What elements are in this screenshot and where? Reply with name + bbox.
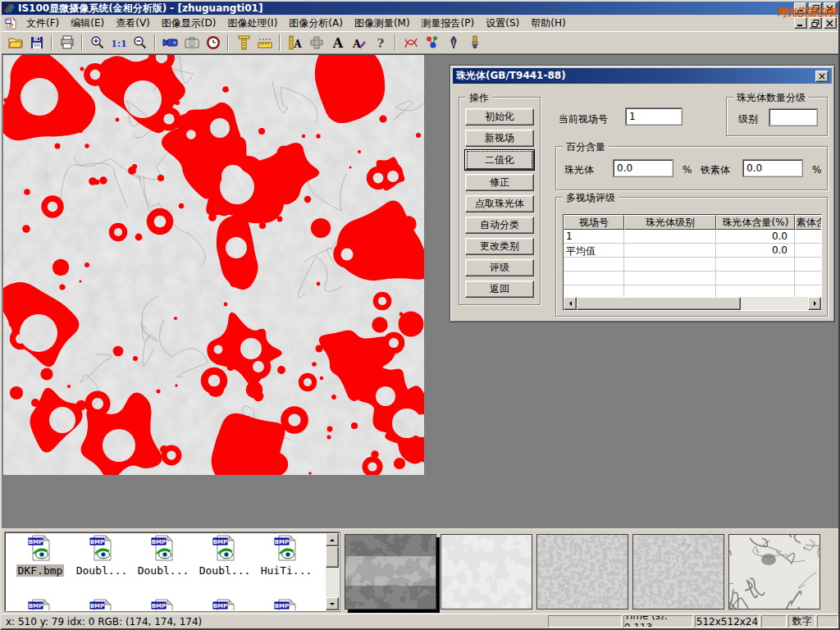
file-browser-scrollbar[interactable] bbox=[326, 533, 339, 610]
text-edit-tool-button[interactable]: A bbox=[349, 33, 369, 52]
camera-capture-button[interactable] bbox=[181, 33, 202, 52]
file-item[interactable]: BMPDKF.bmp bbox=[11, 535, 70, 577]
svg-text:A: A bbox=[293, 39, 302, 50]
grid-tool-button[interactable] bbox=[306, 33, 326, 52]
new-field-button[interactable]: 新视场 bbox=[465, 130, 534, 147]
level-input[interactable] bbox=[769, 109, 817, 126]
help-button[interactable]: ? bbox=[370, 33, 390, 52]
bmp-file-icon: BMP bbox=[89, 599, 114, 611]
toolbar-separator bbox=[279, 34, 281, 51]
pearlite-dialog: 珠光体(GB/T9441-88) 操作 初始化 新视场 二值化 修正 点取珠光体… bbox=[450, 65, 835, 322]
caliper-icon bbox=[235, 34, 252, 51]
thumbnail-image-3[interactable] bbox=[536, 534, 628, 609]
correct-button[interactable]: 修正 bbox=[465, 174, 534, 191]
svg-text:BMP: BMP bbox=[29, 603, 43, 609]
menu-edit[interactable]: 编辑(E) bbox=[65, 15, 110, 32]
file-item[interactable]: BMP bbox=[257, 599, 316, 611]
scrollbar-thumb[interactable] bbox=[577, 297, 741, 310]
file-item[interactable]: BMP bbox=[195, 599, 254, 611]
caliper-tool-button[interactable] bbox=[233, 33, 253, 52]
menu-settings[interactable]: 设置(S) bbox=[480, 15, 525, 32]
table-row[interactable]: 1 0.0 bbox=[564, 230, 821, 244]
dialog-title-bar[interactable]: 珠光体(GB/T9441-88) bbox=[453, 68, 832, 84]
scrollbar-track[interactable] bbox=[741, 297, 808, 310]
table-horizontal-scrollbar[interactable] bbox=[564, 297, 821, 310]
pick-pearlite-button[interactable]: 点取珠光体 bbox=[465, 195, 534, 212]
title-bar[interactable]: IS100显微摄像系统(金相分析版) - [zhuguangti01] bbox=[2, 2, 838, 15]
vendor-watermark: 寿光仪器仪表 bbox=[778, 5, 837, 20]
dialog-close-button[interactable] bbox=[815, 71, 829, 82]
file-item[interactable]: BMP bbox=[72, 599, 131, 611]
table-row[interactable]: 平均值 0.0 bbox=[564, 244, 821, 258]
menu-measure-report[interactable]: 测量报告(P) bbox=[416, 15, 481, 32]
open-file-button[interactable] bbox=[5, 33, 25, 52]
file-item[interactable]: BMPDoubl... bbox=[195, 535, 254, 577]
thumbnail-image-4[interactable] bbox=[632, 534, 724, 609]
menu-image-analysis[interactable]: 图像分析(A) bbox=[283, 15, 349, 32]
thumbnail-image-5[interactable] bbox=[728, 534, 820, 609]
menu-file[interactable]: 文件(F) bbox=[21, 15, 65, 32]
file-name: Doubl... bbox=[75, 564, 130, 577]
file-item[interactable]: BMPDoubl... bbox=[72, 535, 131, 577]
pen-tool-button[interactable] bbox=[443, 33, 463, 52]
pearlite-percent-input[interactable] bbox=[614, 160, 673, 176]
print-button[interactable] bbox=[57, 33, 77, 52]
spline-tool-button[interactable] bbox=[400, 33, 421, 52]
grid-cross-icon bbox=[308, 34, 325, 51]
toolbar-separator bbox=[81, 34, 83, 51]
col-field-number: 视场号 bbox=[564, 215, 624, 230]
auto-classify-button[interactable]: 自动分类 bbox=[465, 217, 534, 234]
video-capture-button[interactable] bbox=[160, 33, 180, 52]
file-item[interactable]: BMPHuiTi... bbox=[257, 535, 316, 577]
multifield-group-label: 多视场评级 bbox=[563, 191, 619, 205]
scroll-right-button[interactable] bbox=[808, 297, 821, 310]
file-item[interactable]: BMP bbox=[134, 599, 193, 611]
ferrite-percent-input[interactable] bbox=[743, 160, 802, 176]
actual-size-button[interactable]: 1:1 bbox=[108, 33, 129, 52]
phase-mark-button[interactable] bbox=[422, 33, 442, 52]
help-icon: ? bbox=[372, 34, 389, 51]
save-icon bbox=[29, 34, 45, 51]
document-icon[interactable] bbox=[5, 17, 17, 30]
current-field-input[interactable] bbox=[626, 108, 682, 125]
svg-text:BMP: BMP bbox=[275, 539, 289, 546]
grade-button[interactable]: 评级 bbox=[465, 259, 534, 276]
zoom-in-button[interactable] bbox=[87, 33, 107, 52]
change-class-button[interactable]: 更改类别 bbox=[465, 238, 534, 255]
menu-image-measure[interactable]: 图像测量(M) bbox=[349, 15, 416, 32]
menu-image-display[interactable]: 图像显示(D) bbox=[156, 15, 222, 32]
percent-group: 百分含量 珠光体 % 铁素体 % bbox=[555, 146, 828, 190]
thumbnail-image-1[interactable] bbox=[345, 534, 436, 609]
menu-help[interactable]: 帮助(H) bbox=[525, 15, 571, 32]
file-item[interactable]: BMPDoubl... bbox=[134, 535, 193, 577]
return-button[interactable]: 返回 bbox=[465, 281, 534, 298]
level-label: 级别 bbox=[738, 112, 758, 126]
text-tool-button[interactable]: A bbox=[327, 33, 348, 52]
scroll-left-button[interactable] bbox=[564, 297, 577, 310]
svg-text:A: A bbox=[331, 35, 343, 51]
bmp-file-icon: BMP bbox=[212, 535, 237, 561]
binarize-button[interactable]: 二值化 bbox=[465, 150, 534, 170]
ruler-tool-button[interactable] bbox=[254, 33, 275, 52]
micrograph-image[interactable] bbox=[3, 55, 424, 475]
ferrite-percent-sign: % bbox=[812, 164, 821, 176]
menu-view[interactable]: 查看(V) bbox=[110, 15, 156, 32]
init-button[interactable]: 初始化 bbox=[465, 108, 534, 126]
text-A-icon: A bbox=[330, 34, 346, 51]
timer-button[interactable] bbox=[203, 33, 223, 52]
bmp-file-icon: BMP bbox=[151, 535, 176, 561]
thumbnail-image-2[interactable] bbox=[441, 534, 532, 609]
grade-group-label: 珠光体数量分级 bbox=[733, 91, 809, 105]
status-panel-mode: 数字 bbox=[788, 615, 815, 628]
scroll-up-button[interactable] bbox=[326, 533, 339, 546]
menu-image-processing[interactable]: 图像处理(I) bbox=[221, 15, 283, 32]
file-item[interactable]: BMP bbox=[11, 599, 70, 611]
app-icon[interactable] bbox=[3, 2, 15, 14]
calibration-tool-button[interactable]: A bbox=[285, 33, 305, 52]
zoom-out-button[interactable] bbox=[130, 33, 150, 52]
brush-tool-button[interactable] bbox=[464, 33, 485, 52]
save-button[interactable] bbox=[26, 33, 47, 52]
pen-icon bbox=[445, 34, 462, 51]
scrollbar-thumb[interactable] bbox=[326, 546, 339, 568]
scroll-down-button[interactable] bbox=[326, 597, 339, 610]
